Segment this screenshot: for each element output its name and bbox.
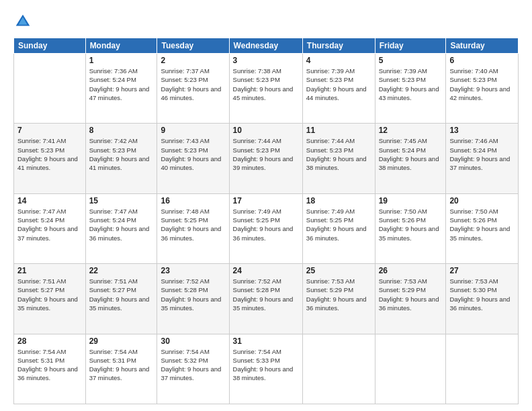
calendar-cell: 22Sunrise: 7:51 AMSunset: 5:27 PMDayligh…	[85, 264, 157, 334]
day-number: 13	[449, 126, 515, 135]
day-number: 27	[449, 266, 515, 275]
calendar-cell: 15Sunrise: 7:47 AMSunset: 5:24 PMDayligh…	[85, 193, 157, 263]
day-number: 22	[89, 266, 154, 275]
day-number: 6	[449, 56, 515, 65]
day-info: Sunrise: 7:49 AMSunset: 5:25 PMDaylight:…	[306, 207, 371, 242]
day-number: 23	[161, 266, 225, 275]
day-info: Sunrise: 7:54 AMSunset: 5:31 PMDaylight:…	[17, 347, 82, 383]
calendar-body: 1Sunrise: 7:36 AMSunset: 5:24 PMDaylight…	[14, 54, 519, 404]
calendar-cell: 27Sunrise: 7:53 AMSunset: 5:30 PMDayligh…	[446, 264, 519, 334]
day-number: 18	[306, 196, 371, 205]
calendar-cell: 4Sunrise: 7:39 AMSunset: 5:23 PMDaylight…	[302, 54, 375, 124]
weekday-header: Wednesday	[229, 38, 302, 54]
day-info: Sunrise: 7:54 AMSunset: 5:33 PMDaylight:…	[233, 347, 299, 383]
calendar-week-row: 28Sunrise: 7:54 AMSunset: 5:31 PMDayligh…	[14, 334, 519, 404]
calendar-cell: 5Sunrise: 7:39 AMSunset: 5:23 PMDaylight…	[375, 54, 446, 124]
day-info: Sunrise: 7:41 AMSunset: 5:23 PMDaylight:…	[17, 136, 82, 172]
day-number: 29	[89, 336, 154, 346]
day-info: Sunrise: 7:51 AMSunset: 5:27 PMDaylight:…	[89, 277, 154, 312]
calendar-cell: 20Sunrise: 7:50 AMSunset: 5:26 PMDayligh…	[446, 193, 519, 263]
calendar: SundayMondayTuesdayWednesdayThursdayFrid…	[13, 38, 519, 404]
day-number: 9	[161, 126, 225, 135]
day-info: Sunrise: 7:44 AMSunset: 5:23 PMDaylight:…	[233, 136, 299, 172]
calendar-cell	[446, 334, 519, 404]
calendar-cell: 14Sunrise: 7:47 AMSunset: 5:24 PMDayligh…	[14, 193, 86, 263]
day-number: 11	[306, 126, 371, 135]
day-info: Sunrise: 7:37 AMSunset: 5:23 PMDaylight:…	[161, 66, 225, 102]
calendar-week-row: 14Sunrise: 7:47 AMSunset: 5:24 PMDayligh…	[14, 193, 519, 263]
day-number: 20	[449, 196, 515, 205]
calendar-cell: 30Sunrise: 7:54 AMSunset: 5:32 PMDayligh…	[157, 334, 229, 404]
page: SundayMondayTuesdayWednesdayThursdayFrid…	[0, 0, 532, 411]
day-number: 28	[17, 336, 82, 346]
logo-icon	[13, 12, 32, 31]
weekday-header: Friday	[375, 38, 446, 54]
calendar-cell: 24Sunrise: 7:52 AMSunset: 5:28 PMDayligh…	[229, 264, 302, 334]
day-info: Sunrise: 7:53 AMSunset: 5:30 PMDaylight:…	[449, 277, 515, 312]
calendar-cell: 25Sunrise: 7:53 AMSunset: 5:29 PMDayligh…	[302, 264, 375, 334]
calendar-cell: 29Sunrise: 7:54 AMSunset: 5:31 PMDayligh…	[85, 334, 157, 404]
day-info: Sunrise: 7:49 AMSunset: 5:25 PMDaylight:…	[233, 207, 299, 242]
day-number: 15	[89, 196, 154, 205]
day-info: Sunrise: 7:46 AMSunset: 5:24 PMDaylight:…	[449, 136, 515, 172]
day-info: Sunrise: 7:38 AMSunset: 5:23 PMDaylight:…	[233, 66, 299, 102]
calendar-cell	[375, 334, 446, 404]
calendar-cell: 17Sunrise: 7:49 AMSunset: 5:25 PMDayligh…	[229, 193, 302, 263]
weekday-header: Monday	[85, 38, 157, 54]
day-info: Sunrise: 7:44 AMSunset: 5:23 PMDaylight:…	[306, 136, 371, 172]
logo	[13, 12, 35, 31]
day-number: 10	[233, 126, 299, 135]
calendar-cell: 7Sunrise: 7:41 AMSunset: 5:23 PMDaylight…	[14, 124, 86, 193]
calendar-week-row: 21Sunrise: 7:51 AMSunset: 5:27 PMDayligh…	[14, 264, 519, 334]
day-number: 17	[233, 196, 299, 205]
calendar-cell: 31Sunrise: 7:54 AMSunset: 5:33 PMDayligh…	[229, 334, 302, 404]
day-number: 21	[17, 266, 82, 275]
day-info: Sunrise: 7:52 AMSunset: 5:28 PMDaylight:…	[161, 277, 225, 312]
weekday-header: Thursday	[302, 38, 375, 54]
calendar-cell: 21Sunrise: 7:51 AMSunset: 5:27 PMDayligh…	[14, 264, 86, 334]
day-info: Sunrise: 7:54 AMSunset: 5:31 PMDaylight:…	[89, 347, 154, 383]
day-number: 4	[306, 56, 371, 65]
day-number: 12	[379, 126, 443, 135]
weekday-header: Tuesday	[157, 38, 229, 54]
day-info: Sunrise: 7:43 AMSunset: 5:23 PMDaylight:…	[161, 136, 225, 172]
calendar-cell: 2Sunrise: 7:37 AMSunset: 5:23 PMDaylight…	[157, 54, 229, 124]
day-info: Sunrise: 7:39 AMSunset: 5:23 PMDaylight:…	[379, 66, 443, 102]
day-info: Sunrise: 7:42 AMSunset: 5:23 PMDaylight:…	[89, 136, 154, 172]
calendar-cell: 18Sunrise: 7:49 AMSunset: 5:25 PMDayligh…	[302, 193, 375, 263]
day-info: Sunrise: 7:52 AMSunset: 5:28 PMDaylight:…	[233, 277, 299, 312]
calendar-header-row: SundayMondayTuesdayWednesdayThursdayFrid…	[14, 38, 519, 54]
day-info: Sunrise: 7:45 AMSunset: 5:24 PMDaylight:…	[379, 136, 443, 172]
day-number: 2	[161, 56, 225, 65]
day-info: Sunrise: 7:54 AMSunset: 5:32 PMDaylight:…	[161, 347, 225, 383]
day-number: 30	[161, 336, 225, 346]
weekday-header: Saturday	[446, 38, 519, 54]
day-info: Sunrise: 7:51 AMSunset: 5:27 PMDaylight:…	[17, 277, 82, 312]
day-number: 26	[379, 266, 443, 275]
day-number: 8	[89, 126, 154, 135]
day-info: Sunrise: 7:53 AMSunset: 5:29 PMDaylight:…	[379, 277, 443, 312]
calendar-cell: 8Sunrise: 7:42 AMSunset: 5:23 PMDaylight…	[85, 124, 157, 193]
calendar-cell: 28Sunrise: 7:54 AMSunset: 5:31 PMDayligh…	[14, 334, 86, 404]
day-number: 3	[233, 56, 299, 65]
calendar-cell: 6Sunrise: 7:40 AMSunset: 5:23 PMDaylight…	[446, 54, 519, 124]
calendar-cell: 26Sunrise: 7:53 AMSunset: 5:29 PMDayligh…	[375, 264, 446, 334]
calendar-cell: 12Sunrise: 7:45 AMSunset: 5:24 PMDayligh…	[375, 124, 446, 193]
calendar-cell: 10Sunrise: 7:44 AMSunset: 5:23 PMDayligh…	[229, 124, 302, 193]
calendar-cell: 3Sunrise: 7:38 AMSunset: 5:23 PMDaylight…	[229, 54, 302, 124]
calendar-week-row: 7Sunrise: 7:41 AMSunset: 5:23 PMDaylight…	[14, 124, 519, 193]
day-number: 14	[17, 196, 82, 205]
calendar-cell: 11Sunrise: 7:44 AMSunset: 5:23 PMDayligh…	[302, 124, 375, 193]
day-info: Sunrise: 7:40 AMSunset: 5:23 PMDaylight:…	[449, 66, 515, 102]
day-number: 31	[233, 336, 299, 346]
day-number: 16	[161, 196, 225, 205]
calendar-cell: 19Sunrise: 7:50 AMSunset: 5:26 PMDayligh…	[375, 193, 446, 263]
calendar-cell: 1Sunrise: 7:36 AMSunset: 5:24 PMDaylight…	[85, 54, 157, 124]
calendar-cell	[14, 54, 86, 124]
day-number: 19	[379, 196, 443, 205]
calendar-cell: 16Sunrise: 7:48 AMSunset: 5:25 PMDayligh…	[157, 193, 229, 263]
calendar-cell: 23Sunrise: 7:52 AMSunset: 5:28 PMDayligh…	[157, 264, 229, 334]
calendar-cell: 9Sunrise: 7:43 AMSunset: 5:23 PMDaylight…	[157, 124, 229, 193]
calendar-week-row: 1Sunrise: 7:36 AMSunset: 5:24 PMDaylight…	[14, 54, 519, 124]
day-number: 24	[233, 266, 299, 275]
